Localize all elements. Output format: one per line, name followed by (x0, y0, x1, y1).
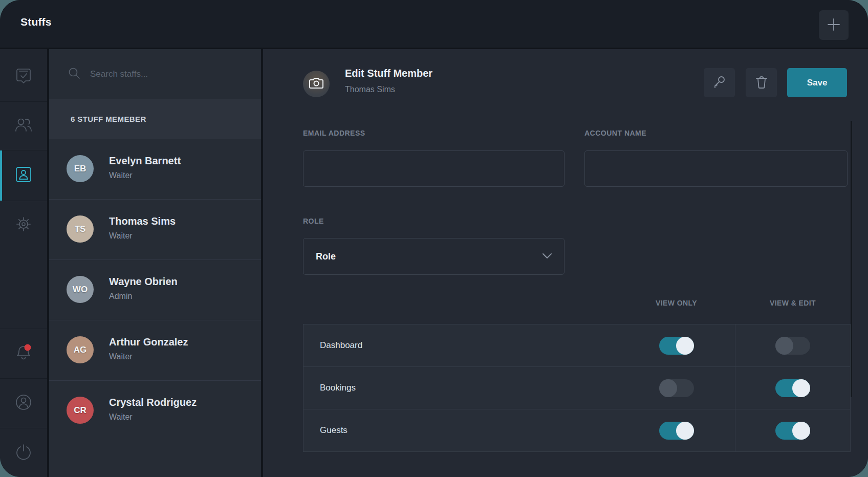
avatar: CR (67, 397, 94, 424)
account-name-field[interactable] (584, 150, 848, 187)
plus-icon (827, 18, 840, 33)
guests-view-only-toggle[interactable] (659, 422, 694, 440)
member-role: Waiter (109, 231, 133, 241)
staff-icon (14, 165, 33, 186)
staff-row-wayne-obrien[interactable]: WO Wayne Obrien Admin (49, 260, 261, 320)
staff-row-crystal-rodriguez[interactable]: CR Crystal Rodriguez Waiter (49, 381, 261, 441)
avatar: WO (67, 276, 94, 303)
sidebar-item-logout[interactable] (0, 428, 47, 477)
notifications-icon (14, 343, 33, 364)
notification-badge (25, 344, 31, 351)
logout-icon (15, 443, 32, 463)
add-staff-button[interactable] (819, 10, 849, 40)
staff-count-row: 6 STUFF MEMEBER (49, 99, 261, 139)
toggle-knob (676, 337, 694, 355)
sidebar-item-staff[interactable] (0, 150, 47, 201)
avatar: EB (67, 155, 94, 182)
role-dropdown[interactable]: Role (303, 238, 565, 275)
tasks-icon (15, 66, 32, 86)
upload-photo-button[interactable] (303, 71, 330, 97)
trash-icon (755, 75, 768, 91)
sidebar-item-guests[interactable] (0, 101, 47, 150)
guests-icon (14, 117, 33, 135)
spacer (303, 299, 618, 307)
staff-row-thomas-sims[interactable]: TS Thomas Sims Waiter (49, 200, 261, 260)
save-button[interactable]: Save (787, 68, 847, 97)
account-name-label: ACCOUNT NAME (584, 129, 646, 137)
toggle-knob (676, 422, 694, 440)
toggle-knob (792, 379, 810, 397)
header-divider (303, 120, 851, 120)
permissions-header: VIEW ONLY VIEW & EDIT (303, 299, 851, 307)
app-window: Stuffs (0, 0, 868, 477)
permissions-table: Dashboard Bookings Guests (303, 324, 851, 452)
sidebar-item-notifications[interactable] (0, 329, 47, 378)
page-title: Edit Stuff Member (345, 68, 432, 79)
member-role: Admin (109, 292, 132, 301)
member-role: Waiter (109, 352, 133, 361)
avatar: AG (67, 336, 94, 363)
active-indicator (0, 150, 2, 201)
staff-row-arthur-gonzalez[interactable]: AG Arthur Gonzalez Waiter (49, 320, 261, 381)
table-row-dashboard: Dashboard (303, 324, 850, 367)
table-row-bookings: Bookings (303, 367, 850, 409)
search-input[interactable] (89, 69, 251, 80)
sidebar-item-profile[interactable] (0, 378, 47, 428)
guests-view-edit-toggle[interactable] (775, 422, 810, 440)
role-label: ROLE (303, 217, 324, 225)
edit-staff-panel: Edit Stuff Member Thomas Sims Save EMAIL… (263, 49, 868, 477)
staff-list-panel: 6 STUFF MEMEBER EB Evelyn Barnett Waiter… (49, 49, 261, 477)
permission-name: Bookings (320, 383, 356, 393)
camera-icon (309, 76, 324, 92)
page-subtitle: Thomas Sims (345, 85, 395, 94)
email-label: EMAIL ADDRESS (303, 129, 365, 137)
dashboard-view-edit-toggle[interactable] (775, 337, 810, 355)
app-title: Stuffs (20, 16, 52, 28)
member-name: Arthur Gonzalez (109, 336, 188, 348)
member-role: Waiter (109, 413, 133, 422)
staff-count-label: 6 STUFF MEMEBER (71, 115, 146, 123)
scrollbar[interactable] (851, 121, 852, 397)
toggle-knob (792, 422, 810, 440)
bookings-view-edit-toggle[interactable] (775, 379, 810, 397)
email-field[interactable] (303, 150, 565, 187)
permission-name: Dashboard (320, 340, 362, 351)
member-name: Wayne Obrien (109, 276, 178, 288)
search-bar (49, 49, 261, 99)
reset-password-button[interactable] (704, 68, 735, 97)
settings-icon (14, 215, 33, 235)
top-bar: Stuffs (0, 0, 868, 48)
sidebar-item-tasks[interactable] (0, 51, 47, 101)
member-role: Waiter (109, 171, 133, 180)
sidebar-item-settings[interactable] (0, 201, 47, 249)
staff-row-evelyn-barnett[interactable]: EB Evelyn Barnett Waiter (49, 139, 261, 200)
delete-staff-button[interactable] (746, 68, 777, 97)
dashboard-view-only-toggle[interactable] (659, 337, 694, 355)
bookings-view-only-toggle[interactable] (659, 379, 694, 397)
table-row-guests: Guests (303, 409, 850, 451)
view-only-column-header: VIEW ONLY (618, 299, 735, 307)
toggle-knob (775, 337, 793, 355)
role-dropdown-value: Role (316, 251, 336, 262)
member-name: Evelyn Barnett (109, 155, 181, 167)
profile-icon (14, 393, 33, 414)
search-icon (49, 67, 81, 82)
icon-sidebar (0, 49, 47, 477)
avatar: TS (67, 215, 94, 243)
view-edit-column-header: VIEW & EDIT (735, 299, 851, 307)
permission-name: Guests (320, 425, 348, 436)
toggle-knob (659, 379, 677, 397)
member-name: Thomas Sims (109, 215, 176, 227)
member-name: Crystal Rodriguez (109, 397, 197, 408)
key-icon (712, 75, 727, 91)
